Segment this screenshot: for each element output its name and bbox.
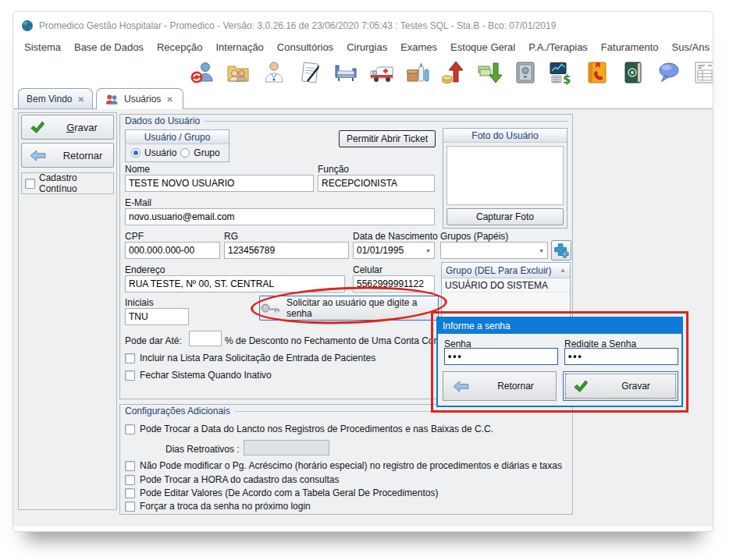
phonebook-icon[interactable] xyxy=(583,59,611,86)
allow-ticket-button[interactable]: Permitir Abrir Ticket xyxy=(339,130,436,147)
prescription-icon[interactable] xyxy=(296,59,324,86)
report-icon[interactable] xyxy=(691,59,713,86)
no-modify-surcharge-checkbox[interactable]: Não Pode modificar o Pg. Acréscimo (horá… xyxy=(125,460,562,471)
add-plus-icon xyxy=(553,243,570,258)
funcao-field[interactable]: RECEPCIONISTA xyxy=(318,175,435,192)
discount-prefix: Pode dar Até: xyxy=(125,335,182,346)
ambulance-icon[interactable] xyxy=(368,59,396,86)
stock-icon[interactable] xyxy=(404,59,432,86)
doctor-icon[interactable] xyxy=(260,59,288,86)
checkbox-icon[interactable] xyxy=(125,424,135,434)
celular-label: Celular xyxy=(353,264,382,275)
close-icon[interactable]: ✕ xyxy=(166,95,173,104)
money-down-icon[interactable] xyxy=(475,59,503,86)
nome-field[interactable]: TESTE NOVO USUARIO xyxy=(125,175,314,192)
tab-bem-vindo[interactable]: Bem Vindo ✕ xyxy=(18,88,93,109)
rg-label: RG xyxy=(224,231,238,242)
checkbox-label: Não Pode modificar o Pg. Acréscimo (horá… xyxy=(140,460,562,471)
groups-combo[interactable]: ▼ xyxy=(440,242,548,259)
save-button-label: Gravar xyxy=(51,122,113,133)
menu-item-base-de-dados[interactable]: Base de Dados xyxy=(74,41,144,53)
dialog-return-button[interactable]: Retornar xyxy=(443,371,557,401)
menu-bar: Sistema Base de Dados Recepção Internaçã… xyxy=(13,38,713,55)
save-button[interactable]: Gravar xyxy=(21,115,114,140)
checkbox-icon[interactable] xyxy=(125,353,135,363)
redigite-field[interactable]: ••• xyxy=(564,348,678,365)
check-icon xyxy=(30,121,44,134)
chevron-down-icon[interactable]: ▼ xyxy=(539,248,544,253)
additional-settings-group: Configurações Adicionais Pode Trocar a D… xyxy=(119,404,573,515)
dialog-return-label: Retornar xyxy=(475,381,556,392)
money-up-icon[interactable] xyxy=(439,59,468,86)
iniciais-field[interactable]: TNU xyxy=(125,308,189,325)
radio-usuario[interactable] xyxy=(131,148,141,158)
iniciais-label: Iniciais xyxy=(125,297,154,308)
allow-ticket-label: Permitir Abrir Ticket xyxy=(347,133,428,144)
arrow-left-icon xyxy=(453,381,469,392)
tab-usuarios[interactable]: Usuários ✕ xyxy=(96,88,183,109)
senha-field[interactable]: ••• xyxy=(444,348,558,365)
celular-field[interactable]: 5562999991122 xyxy=(353,275,435,292)
can-change-date-checkbox[interactable]: Pode Trocar a Data do Lancto nos Registr… xyxy=(125,424,493,434)
funcao-label: Função xyxy=(318,164,349,175)
menu-item-internacao[interactable]: Internação xyxy=(215,41,263,53)
menu-item-exames[interactable]: Exames xyxy=(400,41,437,53)
checkbox-icon[interactable] xyxy=(125,488,135,498)
close-icon[interactable]: ✕ xyxy=(77,95,84,104)
patients-folder-icon[interactable] xyxy=(224,59,252,86)
menu-item-sistema[interactable]: Sistema xyxy=(24,41,61,53)
safe-icon[interactable] xyxy=(511,59,539,86)
finance-icon[interactable]: $ xyxy=(547,59,575,86)
continuous-registration-checkbox[interactable]: Cadastro Contínuo xyxy=(21,172,114,194)
menu-item-cirurgias[interactable]: Cirurgias xyxy=(347,41,387,53)
app-window: Promedico Gestão Hospitalar - Promedico … xyxy=(12,11,713,532)
checkbox-label: Forçar a troca da senha no próximo login xyxy=(140,501,311,512)
groups-list-header[interactable]: Grupo (DEL Para Excluir) ▲ xyxy=(442,263,570,278)
menu-item-pa-terapias[interactable]: P.A./Terapias xyxy=(528,41,588,53)
menu-item-consultorios[interactable]: Consultórios xyxy=(277,41,333,53)
add-group-button[interactable] xyxy=(551,240,571,261)
close-when-idle-checkbox[interactable]: Fechar Sistema Quando Inativo xyxy=(125,370,272,381)
cpf-field[interactable]: 000.000.000-00 xyxy=(125,242,220,259)
force-password-change-checkbox[interactable]: Forçar a troca da senha no próximo login xyxy=(125,501,311,512)
checkbox-icon[interactable] xyxy=(125,475,135,485)
checkbox-icon[interactable] xyxy=(125,502,135,512)
radio-grupo[interactable] xyxy=(180,148,190,158)
hospital-bed-icon[interactable] xyxy=(332,59,360,86)
list-item[interactable]: USUÁRIO DO SISTEMA xyxy=(442,278,570,292)
menu-item-faturamento[interactable]: Faturamento xyxy=(601,41,659,53)
capture-photo-button[interactable]: Capturar Foto xyxy=(446,208,564,225)
chat-icon[interactable] xyxy=(655,59,683,86)
menu-item-sus-ans[interactable]: Sus/Ans xyxy=(672,41,710,53)
can-change-hour-checkbox[interactable]: Pode Trocar a HORA do cadastro das consu… xyxy=(125,474,339,485)
radio-grupo-label: Grupo xyxy=(194,147,219,158)
include-entry-list-checkbox[interactable]: Incluir na Lista Para Solicitação de Ent… xyxy=(125,353,375,363)
checkbox-icon[interactable] xyxy=(125,461,135,471)
chevron-down-icon[interactable]: ▼ xyxy=(425,248,431,253)
password-dialog: Informe a senha Senha ••• Redigite a Sen… xyxy=(436,317,683,407)
dias-retroativos-field xyxy=(244,440,329,455)
can-edit-values-checkbox[interactable]: Pode Editar Valores (De Acordo com a Tab… xyxy=(125,487,438,498)
checkbox-label: Fechar Sistema Quando Inativo xyxy=(140,370,272,381)
discount-field[interactable] xyxy=(189,331,222,346)
arrow-left-icon xyxy=(30,150,46,161)
checkbox-icon[interactable] xyxy=(125,370,135,381)
tab-bar: Bem Vindo ✕ Usuários ✕ xyxy=(13,88,713,109)
email-field[interactable]: novo.usuario@email.com xyxy=(125,208,435,225)
dialog-save-button[interactable]: Gravar xyxy=(563,371,678,401)
rg-field[interactable]: 123456789 xyxy=(224,242,349,259)
checkbox-label: Incluir na Lista Para Solicitação de Ent… xyxy=(140,353,375,363)
checkbox-label: Pode Editar Valores (De Acordo com a Tab… xyxy=(140,487,438,498)
request-password-button[interactable]: Solicitar ao usuário que digite a senha xyxy=(259,296,439,321)
menu-item-recepcao[interactable]: Recepção xyxy=(157,41,203,53)
checkbox-icon[interactable] xyxy=(25,179,35,189)
groups-label: Grupos (Papéis) xyxy=(440,231,508,242)
book-icon[interactable] xyxy=(619,59,647,86)
birthdate-combo[interactable]: 01/01/1995 ▼ xyxy=(353,242,435,259)
endereco-field[interactable]: RUA TESTE, Nº 00, ST. CENTRAL xyxy=(125,275,345,292)
menu-item-estoque-geral[interactable]: Estoque Geral xyxy=(450,41,515,53)
group-title: Dados do Usuário xyxy=(125,115,200,126)
user-sync-icon[interactable] xyxy=(188,59,216,86)
page-background: Promedico Gestão Hospitalar - Promedico … xyxy=(0,0,740,560)
return-button[interactable]: Retornar xyxy=(21,143,114,168)
